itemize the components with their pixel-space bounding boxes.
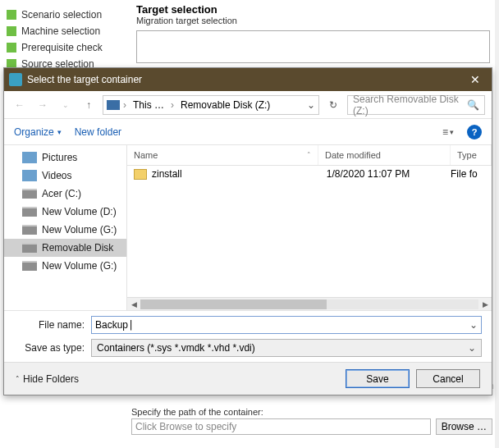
tree-videos[interactable]: Videos (4, 167, 126, 185)
cancel-button[interactable]: Cancel (416, 369, 480, 388)
tree-item-label: New Volume (G:) (42, 260, 117, 272)
savetype-select[interactable]: Containers (*.sys *.vmdk *.vhd *.vdi) ⌄ (91, 339, 482, 357)
crumb-location[interactable]: Removable Disk (Z:) (177, 99, 273, 111)
fields-section: File name: Backup| ⌄ Save as type: Conta… (4, 311, 492, 362)
app-icon (9, 73, 22, 86)
col-type[interactable]: Type (451, 145, 492, 165)
nav-bar: ← → ⌄ ↑ › This … › Removable Disk (Z:) ⌄… (4, 91, 492, 119)
tree-item-label: Acer (C:) (42, 188, 81, 199)
file-rows[interactable]: zinstall1/8/2020 11:07 PMFile fo (127, 166, 492, 297)
scroll-track[interactable] (140, 299, 478, 309)
filename-dropdown[interactable]: ⌄ (469, 319, 478, 331)
step-label: Prerequisite check (21, 42, 103, 53)
search-placeholder: Search Removable Disk (Z:) (353, 94, 467, 117)
tree-item-label: Pictures (42, 152, 77, 163)
container-path-input[interactable]: Click Browse to specify (131, 418, 431, 435)
tree-acer-c[interactable]: Acer (C:) (4, 185, 126, 203)
chevron-up-icon: ˄ (16, 375, 20, 383)
check-icon (7, 43, 16, 53)
recent-dropdown[interactable]: ⌄ (57, 96, 75, 114)
savetype-label: Save as type: (14, 342, 85, 354)
drive-icon (22, 207, 37, 217)
chevron-down-icon: ▾ (450, 128, 454, 136)
column-headers[interactable]: Name˄ Date modified Type (127, 145, 492, 166)
newfolder-button[interactable]: New folder (75, 126, 121, 138)
toolbar: Organize▾ New folder ≡ ▾ ? (4, 119, 492, 145)
file-dialog: Select the target container ✕ ← → ⌄ ↑ › … (3, 67, 492, 395)
organize-label: Organize (14, 126, 54, 138)
save-label: Save (366, 373, 388, 385)
step-label: Scenario selection (21, 9, 102, 21)
help-button[interactable]: ? (467, 125, 482, 139)
address-dropdown[interactable]: ⌄ (307, 99, 315, 111)
search-input[interactable]: Search Removable Disk (Z:) 🔍 (347, 95, 485, 115)
pc-icon (107, 100, 120, 110)
tree-newvol-g-2[interactable]: New Volume (G:) (4, 257, 126, 275)
up-button[interactable]: ↑ (80, 96, 98, 114)
step-machine: Machine selection (5, 23, 122, 39)
drive-icon (22, 243, 37, 253)
section-subtitle: Migration target selection (136, 16, 490, 25)
tree-pane[interactable]: PicturesVideosAcer (C:)New Volume (D:)Ne… (4, 145, 127, 310)
scroll-thumb[interactable] (140, 299, 327, 309)
container-path-section: Specify the path of the container: Click… (131, 407, 492, 435)
save-button[interactable]: Save (346, 369, 410, 388)
drive-icon (22, 189, 37, 199)
step-label: Machine selection (21, 25, 100, 37)
scroll-right-icon[interactable]: ▶ (478, 300, 492, 309)
folder-icon (22, 170, 37, 181)
chevron-down-icon: ▾ (57, 128, 62, 136)
tree-item-label: New Volume (G:) (42, 224, 117, 235)
chevron-down-icon: ⌄ (468, 342, 476, 354)
browse-label: Browse … (442, 421, 487, 432)
tree-newvol-g[interactable]: New Volume (G:) (4, 221, 126, 239)
text-caret: | (128, 319, 134, 331)
tree-newvol-d[interactable]: New Volume (D:) (4, 203, 126, 221)
section-frame (136, 30, 490, 63)
section-title: Target selection (136, 3, 490, 16)
savetype-value: Containers (*.sys *.vmdk *.vhd *.vdi) (97, 342, 255, 354)
tree-pictures[interactable]: Pictures (4, 149, 126, 167)
address-bar[interactable]: › This … › Removable Disk (Z:) ⌄ (103, 95, 319, 115)
file-date: 1/8/2020 11:07 PM (327, 168, 451, 180)
sort-asc-icon: ˄ (307, 151, 311, 159)
tree-item-label: New Volume (D:) (42, 206, 117, 217)
col-date[interactable]: Date modified (318, 145, 451, 165)
refresh-button[interactable]: ↻ (324, 96, 342, 114)
list-pane: Name˄ Date modified Type zinstall1/8/202… (127, 145, 492, 310)
chevron-right-icon: › (171, 99, 174, 111)
hide-folders-button[interactable]: ˄Hide Folders (16, 373, 79, 385)
close-button[interactable]: ✕ (464, 73, 487, 86)
placeholder-text: Click Browse to specify (135, 421, 236, 432)
filename-value: Backup (95, 319, 128, 331)
folder-icon (134, 169, 147, 180)
crumb-pc[interactable]: This … (130, 99, 167, 111)
chevron-right-icon: › (123, 99, 126, 111)
view-mode-button[interactable]: ≡ ▾ (442, 126, 454, 138)
file-row[interactable]: zinstall1/8/2020 11:07 PMFile fo (127, 166, 492, 182)
back-button[interactable]: ← (11, 96, 29, 114)
list-view-icon: ≡ (442, 126, 448, 138)
dialog-title-text: Select the target container (27, 74, 142, 85)
browse-button[interactable]: Browse … (436, 418, 492, 435)
h-scrollbar[interactable]: ◀ ▶ (127, 297, 492, 310)
forward-button[interactable]: → (34, 96, 52, 114)
col-name[interactable]: Name˄ (127, 145, 318, 165)
drive-icon (22, 261, 37, 271)
filename-input[interactable]: Backup| ⌄ (91, 316, 482, 334)
filename-label: File name: (14, 319, 85, 331)
dialog-titlebar[interactable]: Select the target container ✕ (4, 68, 492, 91)
cancel-label: Cancel (433, 373, 463, 385)
tree-item-label: Videos (42, 170, 71, 181)
drive-icon (22, 225, 37, 235)
newfolder-label: New folder (75, 126, 121, 138)
organize-button[interactable]: Organize▾ (14, 126, 62, 138)
step-prereq: Prerequisite check (5, 39, 122, 56)
check-icon (7, 10, 16, 20)
file-name: zinstall (152, 168, 182, 180)
tree-removable-z[interactable]: Removable Disk (4, 239, 126, 257)
hide-folders-label: Hide Folders (23, 373, 79, 385)
scroll-left-icon[interactable]: ◀ (127, 300, 140, 309)
dialog-footer: ˄Hide Folders Save Cancel (4, 362, 492, 395)
tree-item-label: Removable Disk (42, 242, 113, 254)
